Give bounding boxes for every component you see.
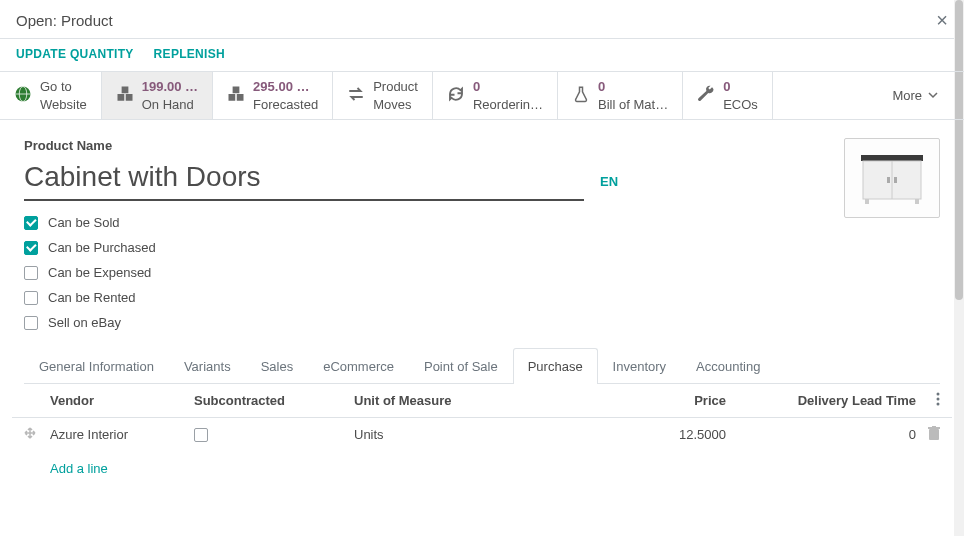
exchange-icon — [347, 85, 365, 106]
modal-title: Open: Product — [16, 12, 113, 29]
svg-rect-13 — [894, 177, 897, 183]
vendor-grid: Vendor Subcontracted Unit of Measure Pri… — [0, 384, 964, 486]
product-name-input[interactable] — [24, 157, 584, 201]
action-bar: UPDATE QUANTITY REPLENISH — [0, 39, 964, 71]
globe-icon — [14, 85, 32, 106]
stat-label: Website — [40, 96, 87, 114]
stat-label: On Hand — [142, 96, 198, 114]
tab-sales[interactable]: Sales — [246, 348, 309, 384]
can-be-expensed-label: Can be Expensed — [48, 265, 151, 280]
forecasted-button[interactable]: 295.00 … Forecasted — [213, 72, 333, 119]
stat-label: Reorderin… — [473, 96, 543, 114]
cell-lead: 0 — [746, 427, 916, 442]
stat-value: 199.00 … — [142, 78, 198, 96]
grid-header: Vendor Subcontracted Unit of Measure Pri… — [12, 384, 952, 418]
more-button[interactable]: More — [874, 72, 956, 119]
can-be-sold-checkbox[interactable] — [24, 216, 38, 230]
col-uom: Unit of Measure — [354, 393, 586, 408]
stat-label: Product — [373, 78, 418, 96]
more-label: More — [892, 88, 922, 103]
reordering-button[interactable]: 0 Reorderin… — [433, 72, 558, 119]
update-quantity-button[interactable]: UPDATE QUANTITY — [16, 47, 134, 61]
flask-icon — [572, 85, 590, 106]
column-menu-icon[interactable] — [936, 394, 940, 409]
stat-value: 0 — [723, 78, 758, 96]
tab-point-of-sale[interactable]: Point of Sale — [409, 348, 513, 384]
drag-handle-icon[interactable] — [24, 427, 44, 442]
wrench-icon — [697, 85, 715, 106]
col-vendor: Vendor — [44, 393, 194, 408]
tab-accounting[interactable]: Accounting — [681, 348, 775, 384]
form-area: Product Name EN Can be Sold Can be Purch… — [0, 120, 964, 340]
chevron-down-icon — [928, 88, 938, 103]
scrollbar-thumb[interactable] — [955, 0, 963, 300]
can-be-purchased-checkbox[interactable] — [24, 241, 38, 255]
svg-rect-6 — [229, 94, 236, 101]
delete-row-icon[interactable] — [928, 428, 940, 443]
svg-rect-19 — [929, 429, 939, 440]
close-button[interactable]: × — [936, 10, 948, 30]
on-hand-button[interactable]: 199.00 … On Hand — [102, 72, 213, 119]
add-line-button[interactable]: Add a line — [12, 451, 952, 486]
col-lead: Delivery Lead Time — [746, 393, 916, 408]
can-be-rented-checkbox[interactable] — [24, 291, 38, 305]
can-be-rented-label: Can be Rented — [48, 290, 135, 305]
replenish-button[interactable]: REPLENISH — [154, 47, 225, 61]
product-image[interactable] — [844, 138, 940, 218]
can-be-sold-label: Can be Sold — [48, 215, 120, 230]
tab-ecommerce[interactable]: eCommerce — [308, 348, 409, 384]
svg-point-18 — [937, 403, 940, 406]
svg-rect-4 — [125, 94, 132, 101]
svg-rect-15 — [915, 199, 919, 204]
col-price: Price — [586, 393, 746, 408]
product-moves-button[interactable]: Product Moves — [333, 72, 433, 119]
cell-subcontracted-checkbox[interactable] — [194, 428, 208, 442]
table-row[interactable]: Azure Interior Units 12.5000 0 — [12, 418, 952, 451]
svg-rect-3 — [117, 94, 124, 101]
boxes-icon — [227, 85, 245, 106]
svg-rect-21 — [932, 426, 936, 428]
ecos-button[interactable]: 0 ECOs — [683, 72, 773, 119]
stat-label: Moves — [373, 96, 418, 114]
tab-general-information[interactable]: General Information — [24, 348, 169, 384]
stat-value: 0 — [598, 78, 668, 96]
stat-label: ECOs — [723, 96, 758, 114]
sell-on-ebay-checkbox[interactable] — [24, 316, 38, 330]
svg-rect-8 — [233, 87, 240, 94]
cell-price: 12.5000 — [586, 427, 746, 442]
sell-on-ebay-label: Sell on eBay — [48, 315, 121, 330]
language-toggle[interactable]: EN — [600, 174, 618, 197]
svg-rect-14 — [865, 199, 869, 204]
stat-label: Forecasted — [253, 96, 318, 114]
tab-variants[interactable]: Variants — [169, 348, 246, 384]
tab-inventory[interactable]: Inventory — [598, 348, 681, 384]
can-be-purchased-label: Can be Purchased — [48, 240, 156, 255]
modal-header: Open: Product × — [0, 0, 964, 39]
svg-rect-12 — [887, 177, 890, 183]
stat-value: 295.00 … — [253, 78, 318, 96]
boxes-icon — [116, 85, 134, 106]
svg-rect-7 — [237, 94, 244, 101]
cell-vendor: Azure Interior — [44, 427, 194, 442]
stat-label: Bill of Mat… — [598, 96, 668, 114]
stat-bar: Go to Website 199.00 … On Hand 295.00 … … — [0, 71, 964, 120]
bill-of-materials-button[interactable]: 0 Bill of Mat… — [558, 72, 683, 119]
svg-rect-5 — [121, 87, 128, 94]
go-to-website-button[interactable]: Go to Website — [0, 72, 102, 119]
can-be-expensed-checkbox[interactable] — [24, 266, 38, 280]
product-name-label: Product Name — [24, 138, 820, 153]
col-subcontracted: Subcontracted — [194, 393, 354, 408]
stat-value: 0 — [473, 78, 543, 96]
cell-uom: Units — [354, 427, 586, 442]
svg-rect-9 — [861, 155, 923, 161]
refresh-icon — [447, 85, 465, 106]
svg-point-17 — [937, 398, 940, 401]
stat-label: Go to — [40, 78, 87, 96]
svg-point-16 — [937, 393, 940, 396]
tab-purchase[interactable]: Purchase — [513, 348, 598, 384]
tabs: General Information Variants Sales eComm… — [24, 348, 940, 384]
cabinet-icon — [857, 151, 927, 206]
